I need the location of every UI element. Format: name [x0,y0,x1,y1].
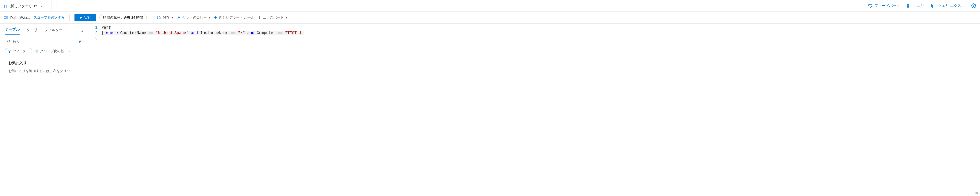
line-number: 3 [88,36,97,41]
svg-point-26 [35,50,35,51]
sidebar-tab-queries[interactable]: クエリ [27,28,38,34]
favorites-heading: お気に入り [8,61,83,65]
code-token: == [231,31,235,35]
copy-link-button[interactable]: リンクのコピー ▾ [177,16,210,20]
sidebar-tab-filter[interactable]: フィルター [45,28,63,34]
chevron-down-icon: ▾ [286,16,287,19]
code-keyword: where [106,31,118,35]
editor-content[interactable]: Perf| where CounterName == "% Used Space… [100,24,980,196]
filter-pill-label: フィルター [13,49,29,53]
feedback-label: フィードバック [874,3,900,8]
query-explorer-button[interactable]: クエリ エクス... [931,3,964,8]
svg-line-19 [10,42,11,43]
filter-icon [8,49,11,53]
queries-button[interactable]: クエリ [907,3,924,8]
workspace-icon [4,16,8,20]
svg-rect-11 [5,18,6,19]
select-scope-link[interactable]: スコープを選択する [33,16,64,20]
export-button[interactable]: エクスポート ▾ [258,16,287,20]
code-keyword: and [191,31,198,35]
plus-icon [214,16,217,19]
query-editor[interactable]: 1 2 3 Perf| where CounterName == "% Used… [88,24,980,196]
sidebar-tab-tables[interactable]: テーブル [5,27,20,35]
logs-icon [3,4,8,8]
query-tabs: 新しいクエリ 1* × ＋ [0,0,62,11]
group-by-button[interactable]: グループ化の基... ▾ [35,49,70,53]
separator [69,14,70,21]
favorites-helper-text: お気に入りを追加するには、次をクリッ [8,69,83,73]
workspace-name: DefaultWor... [10,16,30,20]
heart-icon [868,4,872,8]
new-alert-rule-button[interactable]: 新しいアラート ルール [214,16,254,20]
svg-rect-0 [4,5,5,6]
svg-rect-12 [6,16,8,19]
code-token: == [278,31,283,35]
code-token: == [148,31,153,35]
gear-icon [971,3,976,8]
svg-point-9 [973,5,974,6]
query-tab-title: 新しいクエリ 1* [10,4,37,9]
new-alert-rule-label: 新しいアラート ルール [219,16,254,20]
feedback-button[interactable]: フィードバック [868,3,900,8]
more-button[interactable]: ··· [291,16,298,20]
line-number: 1 [88,25,97,30]
time-range-label: 時間の範囲 : [103,16,122,20]
link-icon [177,16,181,20]
chevron-down-icon: ▾ [172,16,173,19]
svg-point-18 [8,40,10,42]
sidebar-search-input[interactable] [5,38,76,45]
editor-gutter: 1 2 3 [88,24,100,196]
header-actions: フィードバック クエリ クエリ エクス... [868,0,980,11]
svg-rect-14 [158,18,160,19]
code-string: "/" [238,31,245,35]
search-icon [7,40,11,43]
svg-rect-8 [932,5,936,8]
sort-icon [79,39,83,44]
list-icon [35,49,38,53]
settings-button[interactable] [971,3,976,8]
save-label: 保存 [163,16,170,20]
copy-link-label: リンクのコピー [183,16,207,20]
code-token: Perf [102,25,111,30]
svg-rect-1 [4,6,5,8]
chevron-down-icon: ▾ [209,16,210,19]
svg-point-27 [35,51,35,51]
close-icon[interactable]: × [39,4,44,8]
time-range-value: 過去 24 時間 [124,16,143,20]
run-button[interactable]: 実行 [75,14,96,21]
chevron-down-icon: ▾ [68,49,70,53]
sidebar-tabs: テーブル クエリ フィルター « [0,26,88,36]
time-range-picker[interactable]: 時間の範囲 : 過去 24 時間 [99,14,147,21]
query-tab-active[interactable]: 新しいクエリ 1* × [0,0,51,11]
code-token: CounterName [120,31,146,35]
export-label: エクスポート [263,16,284,20]
query-toolbar: DefaultWor... スコープを選択する 実行 時間の範囲 : 過去 24… [0,12,980,24]
code-token: InstanceName [200,31,228,35]
code-string: "% Used Space" [156,31,188,35]
save-button[interactable]: 保存 ▾ [157,16,173,20]
run-label: 実行 [84,16,91,20]
code-keyword: and [247,31,254,35]
expand-results-button[interactable] [975,191,978,194]
line-number: 2 [88,30,97,36]
chevron-double-left-icon: « [81,29,83,33]
chevron-double-up-icon [975,191,978,194]
code-token: | [102,31,104,35]
export-icon [258,16,261,19]
svg-rect-4 [907,6,908,7]
svg-point-28 [35,52,35,53]
query-explorer-label: クエリ エクス... [938,3,964,8]
filter-pill-button[interactable]: フィルター [5,48,32,54]
code-token: Computer [257,31,275,35]
collapse-sidebar-button[interactable]: « [81,29,83,33]
workspace-picker[interactable]: DefaultWor... [4,16,30,20]
query-explorer-icon [931,4,936,8]
svg-rect-10 [5,16,6,17]
sidebar-search-field[interactable] [13,40,74,44]
queries-icon [907,4,912,8]
play-icon [80,16,82,19]
app-header: 新しいクエリ 1* × ＋ フィードバック クエリ [0,0,980,12]
add-tab-button[interactable]: ＋ [51,0,62,11]
sort-button[interactable] [79,39,83,44]
svg-rect-3 [907,5,908,5]
